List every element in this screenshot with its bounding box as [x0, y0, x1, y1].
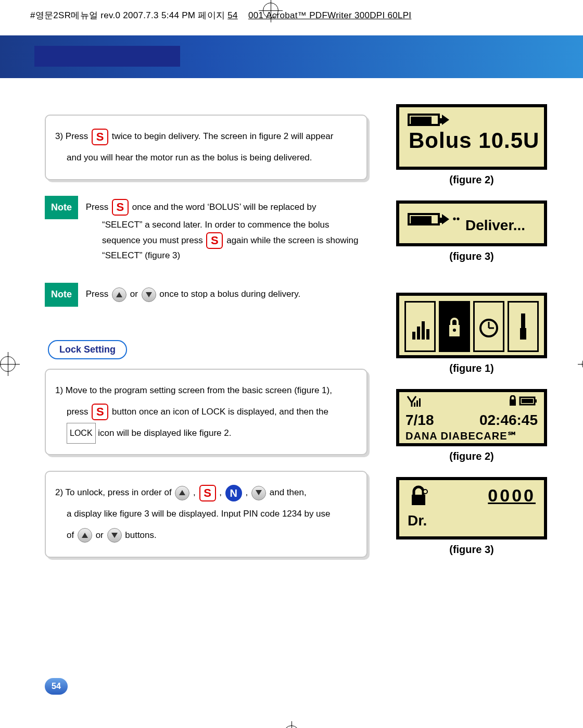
- ls1-l1: 1) Move to the program setting screen fr…: [55, 385, 332, 395]
- ls1-l2a: press: [67, 407, 88, 417]
- note2: Note Press or once to stop a bolus durin…: [45, 283, 367, 307]
- page-number: 54: [45, 678, 68, 695]
- svg-rect-16: [520, 328, 526, 340]
- note1-b: once and the word ‘BOLUS’ will be replac…: [132, 202, 316, 212]
- svg-rect-25: [522, 399, 533, 403]
- ls2-l1e: and then,: [270, 487, 307, 497]
- ls2-l3a: of: [67, 530, 74, 540]
- note1-l3b: again while the screen is showing: [226, 235, 358, 245]
- antenna-icon: [405, 395, 423, 410]
- svg-rect-6: [412, 332, 415, 340]
- up-arrow-icon: [78, 528, 92, 543]
- note-badge: Note: [45, 196, 78, 220]
- svg-rect-21: [416, 400, 418, 407]
- svg-rect-7: [417, 327, 420, 340]
- pin-value: 0000: [488, 485, 536, 506]
- svg-marker-0: [116, 292, 122, 297]
- ls1-l3: icon will be displayed like figure 2.: [98, 428, 231, 438]
- ls2-l1a: 2) To unlock, press in order of: [55, 487, 172, 497]
- device-screen-bolus: Bolus 10.5U: [396, 104, 547, 170]
- svg-point-11: [453, 329, 456, 332]
- s-button-icon: S: [199, 485, 216, 501]
- ls2-l1d: ,: [246, 487, 248, 497]
- step3-pre: 3) Press: [55, 131, 88, 141]
- prog-profile-icon: [404, 301, 436, 352]
- svg-rect-27: [412, 495, 425, 505]
- note2-c: once to stop a bolus during delivery.: [159, 290, 300, 299]
- figure3b-label: (figure 3): [391, 544, 552, 556]
- note1: Note Press S once and the word ‘BOLUS’ w…: [45, 196, 367, 266]
- svg-rect-26: [535, 399, 537, 403]
- syringe-icon: [442, 115, 449, 125]
- header-left: #영문2SR메뉴얼 rev.0 2007.7.3 5:44 PM 페이지: [30, 10, 225, 20]
- ls2-l1c: ,: [219, 487, 222, 497]
- down-arrow-icon: [251, 486, 266, 500]
- lock-step2-box: 2) To unlock, press in order of , S , N …: [45, 471, 367, 557]
- svg-rect-8: [422, 321, 425, 340]
- pin-dr: Dr.: [408, 512, 536, 529]
- device-screen-pin: 0000 Dr.: [396, 477, 547, 539]
- section-lock-setting: Lock Setting: [48, 340, 127, 359]
- battery-icon: [408, 213, 440, 225]
- lock-icon: [408, 485, 429, 509]
- figure2b-label: (figure 2): [391, 450, 552, 462]
- note2-a: Press: [86, 290, 108, 299]
- header-page: 54: [227, 10, 238, 20]
- down-arrow-icon: [107, 528, 122, 543]
- print-header: #영문2SR메뉴얼 rev.0 2007.7.3 5:44 PM 페이지 54 …: [30, 9, 411, 21]
- device-screen-progset: [396, 293, 547, 358]
- prog-tool-icon: [508, 301, 539, 352]
- lock-battery-icon: [509, 395, 538, 410]
- header-right: 001 Acrobat™ PDFWriter 300DPI 60LPI: [248, 10, 412, 20]
- figure3a-label: (figure 3): [391, 250, 552, 262]
- figure1-label: (figure 1): [391, 362, 552, 374]
- step3-box: 3) Press S twice to begin delivery. The …: [45, 115, 367, 180]
- device-screen-home: 7/18 02:46:45 DANA DIABECARE℠: [396, 389, 547, 446]
- svg-rect-9: [426, 329, 429, 340]
- figure2a-label: (figure 2): [391, 174, 552, 186]
- svg-line-17: [408, 396, 412, 403]
- svg-rect-22: [419, 398, 421, 407]
- ls1-l2b: button once an icon of LOCK is displayed…: [112, 407, 328, 417]
- prog-lock-icon: [439, 301, 470, 352]
- step3-mid: twice to begin delivery. The screen in f…: [112, 131, 334, 141]
- s-button-icon: S: [112, 199, 129, 216]
- svg-marker-5: [111, 533, 118, 538]
- device-screen-deliver: •• Deliver...: [396, 200, 547, 246]
- section-placeholder: [34, 46, 180, 67]
- lock-word: LOCK: [67, 423, 96, 444]
- svg-line-18: [412, 396, 416, 403]
- s-button-icon: S: [92, 129, 108, 145]
- ls2-l3b: or: [96, 530, 104, 540]
- svg-rect-20: [414, 403, 415, 407]
- step3-line2: and you will hear the motor run as the b…: [55, 153, 312, 162]
- arrow-icon: [442, 214, 449, 224]
- svg-rect-15: [521, 313, 525, 328]
- svg-marker-1: [146, 292, 152, 297]
- prog-clock-icon: [473, 301, 504, 352]
- svg-point-28: [423, 489, 427, 494]
- down-arrow-icon: [142, 287, 156, 302]
- note-badge: Note: [45, 283, 78, 307]
- note1-a: Press: [86, 202, 108, 212]
- n-button-icon: N: [225, 485, 242, 501]
- svg-marker-4: [82, 533, 88, 538]
- ls2-l1b: ,: [193, 487, 196, 497]
- s-button-icon: S: [206, 232, 223, 249]
- svg-marker-3: [256, 490, 262, 495]
- svg-marker-2: [179, 490, 185, 495]
- up-arrow-icon: [175, 486, 189, 500]
- lock-step1-box: 1) Move to the program setting screen fr…: [45, 369, 367, 455]
- up-arrow-icon: [112, 287, 126, 302]
- home-brand: DANA DIABECARE℠: [405, 430, 538, 442]
- deliver-text: Deliver...: [465, 217, 525, 234]
- note1-l3a: sequence you must press: [102, 235, 203, 245]
- ls2-l2: a display like figure 3 will be displaye…: [55, 509, 331, 519]
- home-date: 7/18: [405, 412, 434, 429]
- note2-b: or: [130, 290, 138, 299]
- s-button-icon: S: [92, 404, 108, 420]
- svg-rect-23: [510, 399, 516, 406]
- home-time: 02:46:45: [479, 412, 538, 429]
- battery-icon: [408, 114, 440, 126]
- ls2-l3c: buttons.: [125, 530, 157, 540]
